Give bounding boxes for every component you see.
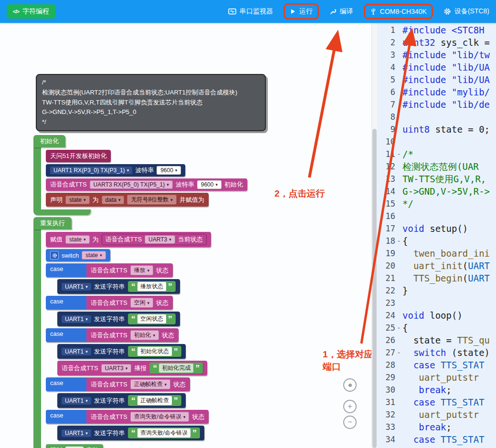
fold-marker[interactable]: -: [395, 346, 402, 359]
uart-dropdown[interactable]: UART1: [62, 397, 91, 405]
send-string-label: 发送字符串: [94, 315, 125, 323]
char-programming-button[interactable]: </> 字符编程: [7, 4, 55, 19]
tts-state-block[interactable]: 语音合成TTS 正确帧检查 状态: [86, 377, 190, 391]
canvas-scrollbar[interactable]: [371, 23, 377, 448]
tts-port-dropdown[interactable]: UART3 RX(P5_0) TX(P5_1): [90, 180, 173, 189]
send-string-label: 发送字符串: [94, 282, 125, 291]
fold-marker[interactable]: -: [395, 235, 402, 247]
run-button[interactable]: 运行: [284, 3, 319, 20]
uart-send-block[interactable]: UART1 发送字符串 播放状态: [57, 279, 180, 294]
tts-current-state-block[interactable]: 语音合成TTS UART3 当前状态: [102, 234, 207, 245]
string-field[interactable]: 查询失败/命令错误: [137, 428, 190, 438]
line-number: 11: [377, 148, 395, 160]
tts-state-block[interactable]: 语音合成TTS 初始化 状态: [86, 328, 179, 342]
uart-send-block[interactable]: UART1 发送字符串 正确帧检查: [57, 393, 186, 408]
uart-init-block[interactable]: UART1 RX(P3_0) TX(P3_1) 波特率 9600: [46, 164, 185, 177]
loop-hat-label[interactable]: 重复执行: [33, 217, 72, 229]
loop-block-group[interactable]: 重复执行 赋值 state 为 语音合成TTS UART3 当前状态: [33, 217, 211, 448]
declare-variable-block[interactable]: 声明 state 为 data 无符号8位整数 并赋值为: [46, 193, 209, 207]
assign-variable-dropdown[interactable]: state: [65, 235, 90, 244]
board-init-block[interactable]: 天问51开发板初始化: [46, 150, 111, 162]
compile-button[interactable]: 编译: [329, 7, 353, 16]
string-field[interactable]: 初始化状态: [137, 347, 172, 356]
switch-block[interactable]: switch state: [46, 249, 110, 261]
string-field[interactable]: 初始化完成: [159, 364, 193, 373]
string-block[interactable]: 正确帧检查: [128, 395, 181, 406]
tts-state-block[interactable]: 语音合成TTS 查询失败/命令错误 状态: [86, 410, 209, 424]
tts-state-dropdown[interactable]: 正确帧检查: [130, 379, 171, 389]
string-field[interactable]: 播放状态: [137, 282, 166, 291]
tts-broadcast-block[interactable]: 语音合成TTS UART3 播报 初始化完成: [57, 361, 207, 375]
code-text: {: [402, 322, 496, 334]
tts-state-dropdown[interactable]: 空闲: [130, 298, 154, 308]
tts-state-dropdown[interactable]: 播放: [130, 265, 154, 275]
uart-send-block[interactable]: UART1 发送字符串 空闲状态: [57, 312, 180, 326]
string-block[interactable]: 查询失败/命令错误: [128, 427, 200, 438]
port-label: COM8-CH340K: [380, 8, 427, 15]
storage-dropdown[interactable]: data: [102, 196, 125, 204]
case-keyword[interactable]: case: [46, 410, 86, 424]
code-text: 检测状态范例(UAR: [402, 160, 496, 173]
uart-port-dropdown[interactable]: UART1 RX(P3_0) TX(P3_1): [50, 167, 132, 174]
variable-dropdown[interactable]: state: [65, 196, 90, 204]
type-dropdown[interactable]: 无符号8位整数: [127, 195, 176, 205]
uart-dropdown[interactable]: UART1: [62, 315, 91, 323]
run-label: 运行: [299, 7, 313, 16]
zoom-in-button[interactable]: +: [343, 400, 357, 413]
mutator-gear-icon[interactable]: [50, 251, 59, 260]
baud-dropdown[interactable]: 9600: [157, 166, 181, 175]
fold-gutter: [395, 86, 402, 98]
tts-state-block[interactable]: 语音合成TTS 空闲 状态: [86, 296, 173, 310]
device-button[interactable]: 设备(STC8): [443, 7, 489, 16]
uart-dropdown[interactable]: UART1: [62, 429, 91, 437]
run-annotation: 2，点击运行: [274, 188, 325, 200]
case-keyword[interactable]: case: [46, 328, 86, 342]
play-icon: [290, 8, 296, 15]
port-select-button[interactable]: COM8-CH340K: [364, 4, 433, 19]
string-block[interactable]: 播放状态: [128, 281, 176, 292]
case-keyword[interactable]: case: [46, 377, 86, 391]
tts-state-block[interactable]: 语音合成TTS 播放 状态: [86, 263, 173, 277]
tts-baud-dropdown[interactable]: 9600: [197, 180, 222, 189]
code-line: 28 case TTS_STAT: [377, 359, 496, 371]
delay-block[interactable]: 延时 500 毫秒: [46, 444, 103, 448]
code-panel[interactable]: 1#include <STC8H2uint32 sys_clk =3#inclu…: [377, 23, 496, 448]
case-keyword[interactable]: case: [46, 296, 86, 310]
comment-line: G->GND,V->5V,R->P5_1,T->P5_0: [42, 107, 260, 117]
uart-send-block[interactable]: UART1 发送字符串 初始化状态: [57, 344, 186, 359]
line-number: 7: [377, 98, 395, 111]
comment-line: 检测状态范例(UART2打印语音合成当前状态;UART1控制语音合成模块): [42, 88, 260, 98]
zoom-reset-button[interactable]: [343, 378, 357, 392]
switch-variable-block[interactable]: state: [82, 251, 106, 260]
string-block[interactable]: 初始化完成: [149, 363, 203, 374]
assign-block[interactable]: 赋值 state 为 语音合成TTS UART3 当前状态: [46, 232, 211, 247]
tts-port-dropdown[interactable]: UART3: [145, 235, 175, 244]
block-canvas[interactable]: /* 检测状态范例(UART2打印语音合成当前状态;UART1控制语音合成模块)…: [0, 23, 371, 448]
serial-monitor-button[interactable]: 串口监视器: [228, 7, 273, 16]
tts-state-dropdown[interactable]: 初始化: [130, 330, 159, 340]
string-field[interactable]: 空闲状态: [137, 314, 166, 323]
tts-port-dropdown[interactable]: UART3: [101, 364, 132, 373]
fold-marker[interactable]: -: [395, 148, 402, 160]
string-block[interactable]: 空闲状态: [128, 313, 176, 324]
tts-init-block[interactable]: 语音合成TTS UART3 RX(P5_0) TX(P5_1) 波特率 9600…: [46, 178, 247, 191]
fold-marker[interactable]: -: [395, 322, 402, 334]
comment-block[interactable]: /* 检测状态范例(UART2打印语音合成当前状态;UART1控制语音合成模块)…: [36, 74, 266, 131]
tts-state-dropdown[interactable]: 查询失败/命令错误: [130, 412, 190, 422]
init-hat-label[interactable]: 初始化: [33, 135, 65, 147]
line-number: 3: [377, 49, 395, 61]
string-field[interactable]: 正确帧检查: [137, 396, 172, 405]
uart-dropdown[interactable]: UART1: [62, 348, 91, 355]
string-block[interactable]: 初始化状态: [128, 346, 181, 357]
code-line: 30 break;: [377, 384, 496, 396]
scrollbar-thumb[interactable]: [372, 129, 377, 448]
assign-wei-label: 为: [93, 235, 99, 244]
code-line: 8: [377, 111, 496, 123]
case-keyword[interactable]: case: [46, 263, 86, 277]
uart-send-block[interactable]: UART1 发送字符串 查询失败/命令错误: [57, 426, 204, 440]
init-block-group[interactable]: 初始化 天问51开发板初始化 UART1 RX(P3_0) TX(P3_1) 波…: [33, 135, 247, 215]
zoom-out-button[interactable]: −: [343, 416, 357, 429]
char-programming-label: 字符编程: [22, 7, 49, 16]
uart-dropdown[interactable]: UART1: [62, 283, 91, 291]
code-line: 32 uart_putstr: [377, 408, 496, 421]
